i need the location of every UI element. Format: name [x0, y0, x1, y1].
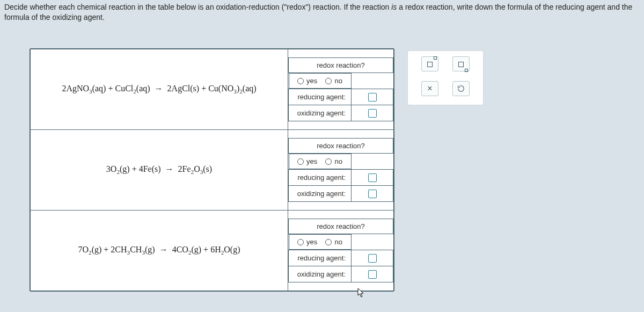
redox-yes-radio-2[interactable]: yes	[297, 157, 317, 165]
reaction-equation-3: 7O2(g) + 2CH3CH3(g) → 4CO2(g) + 6H2O(g)	[31, 211, 288, 291]
clear-button[interactable]: ×	[421, 81, 438, 96]
redox-yes-radio-1[interactable]: yes	[297, 77, 317, 85]
oxidizing-label: oxidizing agent:	[289, 186, 352, 202]
reducing-label: reducing agent:	[289, 170, 352, 186]
reset-icon	[457, 84, 465, 93]
yes-label: yes	[306, 157, 317, 165]
reaction-table-panel: 2AgNO3(aq) + CuCl2(aq) → 2AgCl(s) + Cu(N…	[30, 48, 394, 292]
redox-header: redox reaction?	[289, 139, 393, 154]
oxidizing-label: oxidizing agent:	[289, 266, 352, 282]
prompt-ital: is	[391, 3, 397, 11]
oxidizing-agent-input-1[interactable]	[368, 109, 377, 118]
question-prompt: Decide whether each chemical reaction in…	[4, 2, 640, 23]
oxidizing-agent-input-3[interactable]	[368, 270, 377, 279]
oxidizing-agent-input-2[interactable]	[368, 190, 377, 198]
no-label: no	[334, 77, 342, 85]
yes-label: yes	[306, 238, 317, 246]
subscript-button[interactable]	[452, 56, 470, 71]
reaction-equation-1: 2AgNO3(aq) + CuCl2(aq) → 2AgCl(s) + Cu(N…	[31, 49, 288, 130]
reaction-table: 2AgNO3(aq) + CuCl2(aq) → 2AgCl(s) + Cu(N…	[30, 49, 394, 291]
no-label: no	[334, 157, 342, 165]
table-row: 7O2(g) + 2CH3CH3(g) → 4CO2(g) + 6H2O(g) …	[31, 211, 394, 291]
table-row: 2AgNO3(aq) + CuCl2(aq) → 2AgCl(s) + Cu(N…	[31, 49, 394, 130]
reaction-inputs-1: redox reaction? yes no reducing agent: o…	[288, 49, 394, 130]
redox-yes-radio-3[interactable]: yes	[297, 238, 317, 246]
redox-header: redox reaction?	[289, 219, 393, 234]
keypad-panel: ×	[408, 51, 483, 105]
reducing-label: reducing agent:	[289, 89, 352, 105]
redox-no-radio-3[interactable]: no	[325, 238, 342, 246]
reducing-agent-input-1[interactable]	[368, 93, 377, 101]
redox-no-radio-2[interactable]: no	[325, 157, 342, 165]
reset-button[interactable]	[452, 81, 470, 96]
superscript-button[interactable]	[421, 56, 438, 71]
reaction-equation-2: 3O2(g) + 4Fe(s) → 2Fe2O3(s)	[31, 130, 288, 211]
reducing-agent-input-2[interactable]	[368, 173, 377, 182]
reaction-inputs-3: redox reaction? yes no reducing agent: o…	[288, 211, 394, 291]
redox-no-radio-1[interactable]: no	[325, 77, 342, 85]
reducing-agent-input-3[interactable]	[368, 254, 377, 263]
no-label: no	[334, 238, 342, 246]
redox-header: redox reaction?	[289, 58, 393, 73]
close-icon: ×	[427, 84, 432, 93]
yes-label: yes	[306, 77, 317, 85]
oxidizing-label: oxidizing agent:	[289, 105, 352, 121]
reaction-inputs-2: redox reaction? yes no reducing agent: o…	[288, 130, 394, 211]
prompt-pre: Decide whether each chemical reaction in…	[4, 3, 391, 11]
table-row: 3O2(g) + 4Fe(s) → 2Fe2O3(s) redox reacti…	[31, 130, 394, 211]
reducing-label: reducing agent:	[289, 250, 352, 266]
